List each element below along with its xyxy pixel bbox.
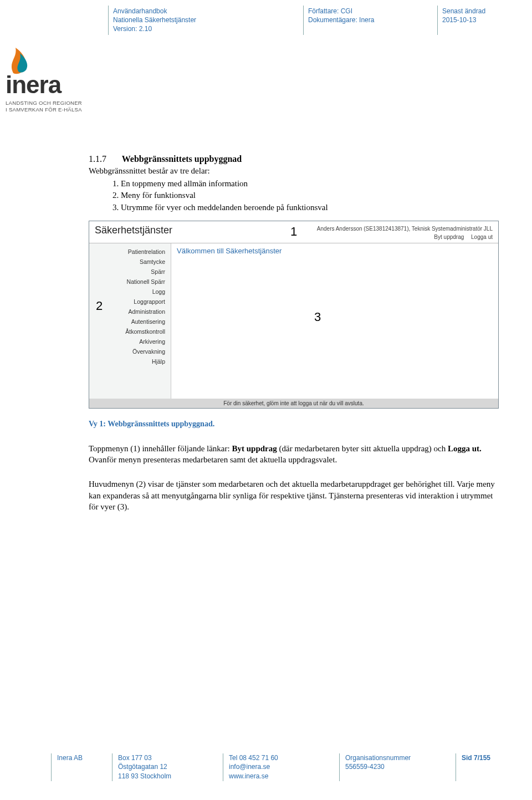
footer-page: Sid 7/155 [456,753,514,781]
page-footer: Inera AB Box 177 03 Östgötagatan 12 118 … [51,753,521,781]
sidebar-item[interactable]: Spärr [89,267,171,277]
annotation-3: 3 [314,310,321,324]
logo-tagline: LANDSTING OCH REGIONER I SAMVERKAN FÖR E… [6,100,83,113]
sidebar-item[interactable]: Åtkomstkontroll [89,327,171,337]
figure-caption: Vy 1: Webbgränssnittets uppbyggnad. [89,420,499,429]
sidebar-item[interactable]: Patientrelation [89,247,171,257]
doc-version: Version: 2.10 [113,24,292,33]
doc-title-block: Användarhandbok Nationella Säkerhetstjän… [108,6,296,35]
sidebar-item[interactable]: Autentisering [89,317,171,327]
doc-changed-date: 2015-10-13 [442,16,499,24]
logout-link[interactable]: Logga ut [471,234,493,240]
footer-address: Box 177 03 Östgötagatan 12 118 93 Stockh… [112,753,223,781]
sidebar: Patientrelation Samtycke Spärr Nationell… [89,243,171,399]
doc-title: Användarhandbok [113,7,292,16]
doc-owner: Dokumentägare: Inera [308,16,426,24]
welcome-heading: Välkommen till Säkerhetstjänster [171,243,498,258]
section-number: 1.1.7 [89,154,120,164]
app-title: Säkerhetstjänster [95,225,172,236]
content-body: 1.1.7 Webbgränssnittets uppbyggnad Webbg… [89,154,499,526]
list-item: Utrymme för vyer och meddelanden beroend… [121,202,499,213]
switch-assignment-link[interactable]: Byt uppdrag [434,234,464,240]
doc-author-block: Författare: CGI Dokumentägare: Inera [303,6,431,35]
user-info: Anders Andersson (SE13812413871), Teknis… [317,225,493,233]
sidebar-item[interactable]: Samtycke [89,257,171,267]
section-list: En toppmeny med allmän information Meny … [121,178,499,213]
doc-subtitle: Nationella Säkerhetstjänster [113,16,292,24]
logo: inera LANDSTING OCH REGIONER I SAMVERKAN… [6,40,83,113]
annotation-1: 1 [290,225,297,239]
sidebar-item[interactable]: Hjälp [89,356,171,366]
doc-header: Användarhandbok Nationella Säkerhetstjän… [108,6,526,35]
sidebar-item[interactable]: Övervakning [89,347,171,356]
doc-changed-label: Senast ändrad [442,7,499,16]
sidebar-item[interactable]: Arkivering [89,337,171,347]
section-heading: 1.1.7 Webbgränssnittets uppbyggnad [89,154,499,164]
section-title: Webbgränssnittets uppbyggnad [122,154,242,164]
ui-screenshot: Säkerhetstjänster Anders Andersson (SE13… [89,221,499,409]
logo-text: inera [6,71,83,99]
footer-contact: Tel 08 452 71 60 info@inera.se www.inera… [223,753,339,781]
list-item: En toppmeny med allmän information [121,178,499,189]
footer-company: Inera AB [51,753,112,781]
footer-orgnr: Organisationsnummer 556559-4230 [339,753,456,781]
paragraph-1: Toppmenyn (1) innehåller följande länkar… [89,443,499,466]
flame-icon [6,40,31,74]
doc-author: Författare: CGI [308,7,426,16]
sidebar-item[interactable]: Nationell Spärr [89,277,171,287]
user-info-block: Anders Andersson (SE13812413871), Teknis… [317,225,493,241]
sidebar-item[interactable]: Logg [89,287,171,297]
app-footer-hint: För din säkerhet, glöm inte att logga ut… [89,399,498,408]
paragraph-2: Huvudmenyn (2) visar de tjänster som med… [89,478,499,512]
list-item: Meny för funktionsval [121,190,499,201]
main-view-area: Välkommen till Säkerhetstjänster [171,243,498,399]
doc-changed-block: Senast ändrad 2015-10-13 [437,6,504,35]
annotation-2: 2 [96,299,103,313]
section-intro: Webbgränssnittet består av tre delar: [89,166,499,176]
